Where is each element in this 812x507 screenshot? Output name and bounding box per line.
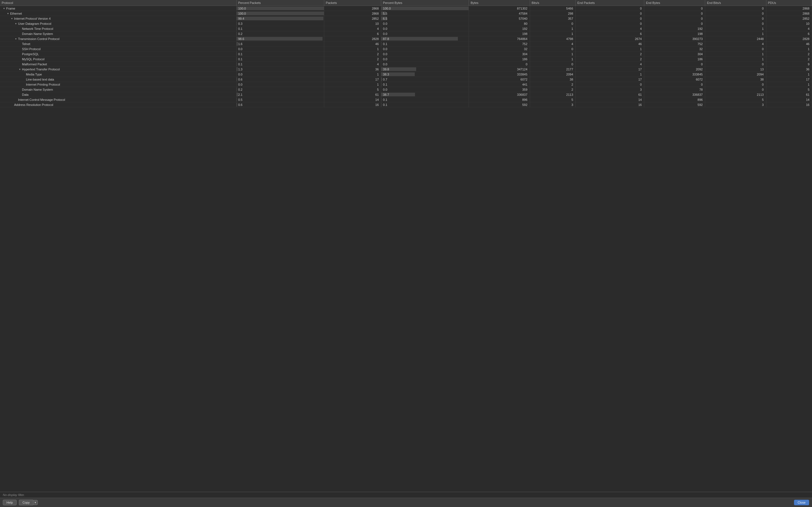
- pdus-udp: 10: [766, 21, 812, 26]
- packets-media: 1: [324, 72, 381, 77]
- pct-bytes-linetext: 0.7: [381, 77, 469, 82]
- protocol-name-frame: Frame: [6, 7, 15, 10]
- packets-malformed: 4: [324, 62, 381, 67]
- bytes-icmp: 896: [469, 97, 530, 102]
- end-bytes-ntp: 192: [644, 26, 705, 31]
- pct-packets-arp: 0.6: [236, 102, 324, 107]
- bits-s-media: 2094: [530, 72, 575, 77]
- table-row[interactable]: Address Resolution Protocol0.6160.159231…: [0, 102, 812, 107]
- protocol-name-postgresql: PostgreSQL: [22, 52, 39, 56]
- table-row[interactable]: Internet Control Message Protocol0.5140.…: [0, 97, 812, 102]
- pdus-dns2: 5: [766, 87, 812, 92]
- col-header-percent-bytes[interactable]: Percent Bytes: [381, 0, 469, 6]
- close-button[interactable]: Close: [794, 500, 809, 505]
- help-button[interactable]: Help: [3, 500, 17, 505]
- end-bytes-mysql: 186: [644, 57, 705, 62]
- pdus-data: 61: [766, 92, 812, 97]
- table-row[interactable]: Media Type0.0138.33338452094133384520941: [0, 72, 812, 77]
- pct-bytes-udp: 0.0: [381, 21, 469, 26]
- pct-bytes-ipp: 0.1: [381, 82, 469, 87]
- pct-packets-postgresql: 0.1: [236, 52, 324, 57]
- bits-s-mysql: 1: [530, 57, 575, 62]
- packets-arp: 16: [324, 102, 381, 107]
- pct-bytes-telnet: 0.1: [381, 41, 469, 47]
- col-header-percent-packets[interactable]: Percent Packets: [236, 0, 324, 6]
- pct-packets-ipp: 0.0: [236, 82, 324, 87]
- packets-icmp: 14: [324, 97, 381, 102]
- pdus-malformed: 9: [766, 62, 812, 67]
- protocol-name-icmp: Internet Control Message Protocol: [18, 98, 65, 101]
- protocol-cell-ntp: Network Time Protocol: [0, 26, 236, 31]
- packets-postgresql: 2: [324, 52, 381, 57]
- table-row[interactable]: MySQL Protocol0.120.01861218612: [0, 57, 812, 62]
- end-bits-s-ntp: 1: [705, 26, 766, 31]
- protocol-cell-ipp: Internet Printing Protocol: [0, 82, 236, 87]
- end-bytes-icmp: 896: [644, 97, 705, 102]
- col-header-pdus[interactable]: PDUs: [766, 0, 812, 6]
- col-header-end-bits-s[interactable]: End Bits/s: [705, 0, 766, 6]
- copy-dropdown-button[interactable]: ▾: [33, 500, 38, 505]
- col-header-packets[interactable]: Packets: [324, 0, 381, 6]
- table-row[interactable]: Domain Name System0.250.0359237805: [0, 87, 812, 92]
- copy-button[interactable]: Copy: [19, 500, 33, 505]
- table-row[interactable]: Data2.16138.7336837211361336837211361: [0, 92, 812, 97]
- pdus-media: 1: [766, 72, 812, 77]
- pdus-ipp: 1: [766, 82, 812, 87]
- col-header-bytes[interactable]: Bytes: [469, 0, 530, 6]
- toggle-http[interactable]: [18, 68, 21, 71]
- col-header-end-packets[interactable]: End Packets: [575, 0, 644, 6]
- bottom-bar: Help Copy ▾ Close: [0, 498, 812, 507]
- end-packets-icmp: 14: [575, 97, 644, 102]
- end-packets-data: 61: [575, 92, 644, 97]
- col-header-bits-s[interactable]: Bits/s: [530, 0, 575, 6]
- table-row[interactable]: User Datagram Protocol0.3100.080000010: [0, 21, 812, 26]
- pdus-ssh: 1: [766, 47, 812, 52]
- pdus-http: 36: [766, 67, 812, 72]
- table-row[interactable]: Telnet1.6460.1752446752446: [0, 41, 812, 47]
- pct-bytes-dns: 0.0: [381, 31, 469, 36]
- toggle-udp[interactable]: [14, 22, 17, 25]
- table-row[interactable]: Ethernet100.028685.5475842980002868: [0, 11, 812, 16]
- toggle-frame[interactable]: [2, 7, 6, 10]
- table-row[interactable]: Line-based text data0.6170.7607238176072…: [0, 77, 812, 82]
- table-row[interactable]: Network Time Protocol0.140.01921419214: [0, 26, 812, 31]
- end-packets-telnet: 46: [575, 41, 644, 47]
- table-row[interactable]: Transmission Control Protocol98.6282887.…: [0, 36, 812, 41]
- table-row[interactable]: Domain Name System0.260.01981619816: [0, 31, 812, 36]
- protocol-cell-http: Hypertext Transfer Protocol: [0, 67, 236, 72]
- toggle-ipv4[interactable]: [10, 17, 13, 20]
- bits-s-tcp: 4798: [530, 36, 575, 41]
- end-bits-s-dns2: 0: [705, 87, 766, 92]
- pct-bytes-arp: 0.1: [381, 102, 469, 107]
- col-header-protocol[interactable]: Protocol: [0, 0, 236, 6]
- table-row[interactable]: Frame100.02868100.087130254660002868: [0, 6, 812, 11]
- protocol-name-arp: Address Resolution Protocol: [14, 103, 53, 107]
- end-bits-s-frame: 0: [705, 6, 766, 11]
- protocol-name-dns: Domain Name System: [22, 32, 53, 36]
- table-row[interactable]: Internet Protocol Version 499.428526.557…: [0, 16, 812, 21]
- end-packets-media: 1: [575, 72, 644, 77]
- end-bytes-arp: 592: [644, 102, 705, 107]
- end-packets-ssh: 1: [575, 47, 644, 52]
- col-header-end-bytes[interactable]: End Bytes: [644, 0, 705, 6]
- protocol-cell-media: Media Type: [0, 72, 236, 77]
- end-bits-s-ipp: 0: [705, 82, 766, 87]
- protocol-name-tcp: Transmission Control Protocol: [18, 37, 59, 41]
- end-packets-mysql: 2: [575, 57, 644, 62]
- end-packets-http: 17: [575, 67, 644, 72]
- table-row[interactable]: SSH Protocol0.010.032013201: [0, 47, 812, 52]
- pct-packets-dns: 0.2: [236, 31, 324, 36]
- table-row[interactable]: Internet Printing Protocol0.010.14412000…: [0, 82, 812, 87]
- pct-bytes-postgresql: 0.0: [381, 52, 469, 57]
- table-row[interactable]: PostgreSQL0.120.03041230412: [0, 52, 812, 57]
- protocol-cell-dns: Domain Name System: [0, 31, 236, 36]
- end-bytes-malformed: 0: [644, 62, 705, 67]
- pct-packets-icmp: 0.5: [236, 97, 324, 102]
- toggle-ethernet[interactable]: [6, 12, 10, 15]
- table-row[interactable]: Malformed Packet0.140.0004009: [0, 62, 812, 67]
- table-row[interactable]: Hypertext Transfer Protocol1.33639.83471…: [0, 67, 812, 72]
- pdus-linetext: 17: [766, 77, 812, 82]
- pct-packets-http: 1.3: [236, 67, 324, 72]
- toggle-tcp[interactable]: [14, 37, 17, 41]
- pdus-arp: 16: [766, 102, 812, 107]
